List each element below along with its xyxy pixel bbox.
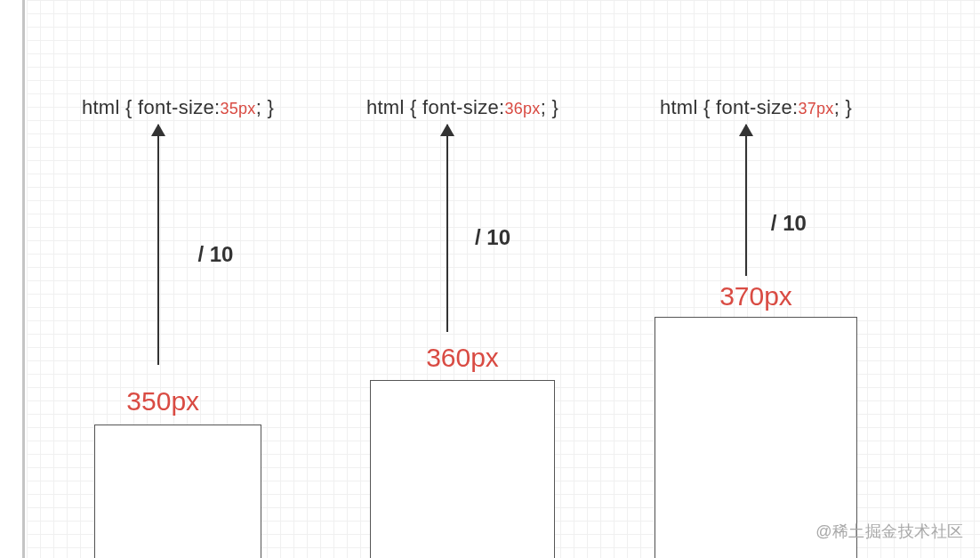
rule-value: 37px — [798, 100, 833, 117]
device-rect-350 — [94, 425, 261, 558]
device-width-label: 370px — [631, 281, 880, 311]
divide-label: / 10 — [197, 242, 233, 267]
device-width-label: 350px — [38, 386, 287, 416]
device-width-label: 360px — [338, 343, 587, 373]
css-rule-350: html { font-size:35px; } — [53, 96, 302, 119]
css-rule-370: html { font-size:37px; } — [631, 96, 880, 119]
divide-label: / 10 — [771, 211, 807, 236]
arrow-up-icon — [446, 125, 448, 332]
arrow-up-icon — [157, 125, 159, 365]
rule-value: 36px — [504, 100, 540, 117]
rule-value: 35px — [220, 100, 255, 117]
arrow-up-icon — [745, 125, 747, 276]
rule-prefix: html { font-size: — [82, 96, 221, 118]
rule-prefix: html { font-size: — [366, 96, 505, 118]
rule-suffix: ; } — [256, 96, 274, 118]
device-rect-360 — [370, 380, 555, 558]
rule-prefix: html { font-size: — [660, 96, 799, 118]
rule-suffix: ; } — [834, 96, 852, 118]
divide-label: / 10 — [475, 225, 510, 250]
rule-suffix: ; } — [541, 96, 558, 118]
left-vertical-rule — [22, 0, 25, 558]
css-rule-360: html { font-size:36px; } — [338, 96, 587, 119]
watermark-text: @稀土掘金技术社区 — [815, 521, 964, 542]
